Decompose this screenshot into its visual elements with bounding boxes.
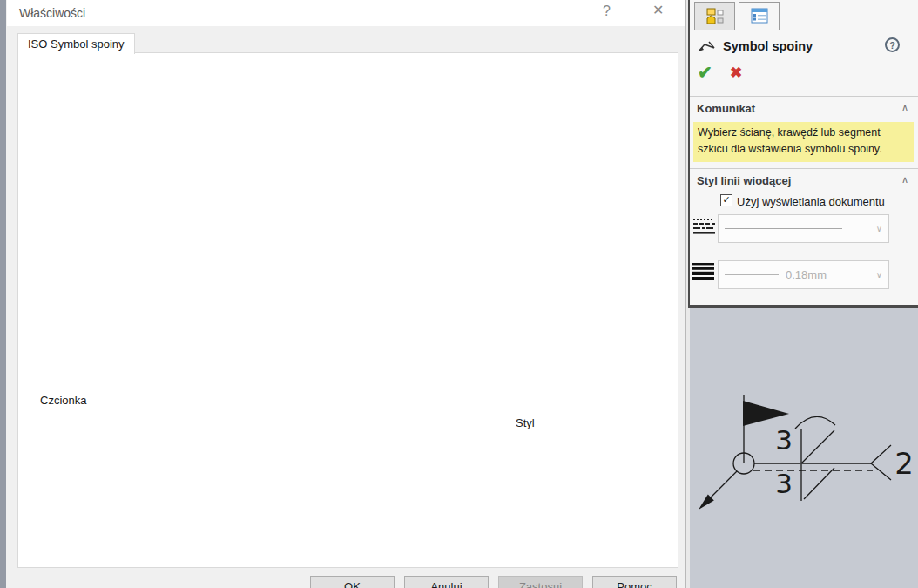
line-style-sample — [725, 228, 842, 229]
chevron-down-icon: ∨ — [876, 270, 882, 280]
thickness-value: 0.18mm — [786, 268, 827, 281]
preview-size-bottom: 3 — [775, 468, 793, 499]
preview-size-top: 3 — [775, 424, 793, 456]
section-divider — [690, 96, 918, 97]
background-strip — [0, 0, 6, 588]
style-group-legend: Styl — [512, 416, 538, 429]
dialog-titlebar — [7, 0, 685, 26]
line-thickness-icon — [692, 263, 716, 280]
use-doc-display-label: Użyj wyświetlania dokumentu — [737, 195, 885, 208]
chevron-down-icon: ∨ — [876, 224, 882, 233]
tab-iso-symbol-spoiny[interactable]: ISO Symbol spoiny — [17, 33, 135, 54]
line-thickness-dropdown[interactable]: 0.18mm ∨ — [718, 260, 889, 289]
font-group-legend: Czcionka — [37, 394, 90, 407]
dialog-close-button[interactable]: ✕ — [652, 3, 664, 17]
help-button[interactable]: Pomoc — [592, 576, 677, 588]
line-style-dropdown[interactable]: ∨ — [718, 214, 889, 243]
dialog-help-button[interactable]: ? — [603, 4, 611, 18]
leader-style-section-header[interactable]: Styl linii wiodącej — [697, 174, 791, 187]
weld-symbol-preview: 3 3 2 — [690, 308, 918, 588]
panel-title: Symbol spoiny — [723, 39, 813, 53]
line-style-icon — [693, 219, 716, 234]
graphics-viewport: 3 3 2 — [690, 308, 918, 588]
section-divider — [690, 168, 918, 169]
cancel-x-button[interactable]: ✖ — [730, 64, 742, 82]
panel-left-border — [688, 0, 690, 308]
collapse-icon[interactable]: ∧ — [901, 174, 908, 186]
tab-property-manager[interactable] — [739, 2, 780, 30]
screen: Właściwości ? ✕ ISO Symbol spoiny Kąt sp… — [0, 0, 918, 588]
panel-help-icon[interactable]: ? — [885, 37, 900, 52]
message-box: Wybierz ścianę, krawędź lub segment szki… — [693, 122, 914, 162]
ok-button[interactable]: OK — [310, 576, 395, 588]
message-section-header[interactable]: Komunikat — [697, 102, 755, 115]
tab-feature-manager[interactable] — [694, 2, 735, 30]
weld-symbol-icon — [696, 39, 717, 55]
tab-content — [17, 52, 678, 568]
dialog-title: Właściwości — [19, 6, 85, 20]
collapse-icon[interactable]: ∧ — [901, 102, 908, 113]
use-doc-display-checkbox[interactable] — [720, 194, 732, 206]
preview-tail: 2 — [894, 446, 914, 481]
feature-tree-icon — [705, 8, 725, 25]
cancel-button[interactable]: Anuluj — [404, 576, 489, 588]
thickness-sample — [725, 274, 779, 275]
apply-button[interactable]: Zastosuj — [498, 576, 583, 588]
property-manager-icon — [751, 8, 768, 25]
confirm-button[interactable]: ✔ — [698, 62, 712, 83]
